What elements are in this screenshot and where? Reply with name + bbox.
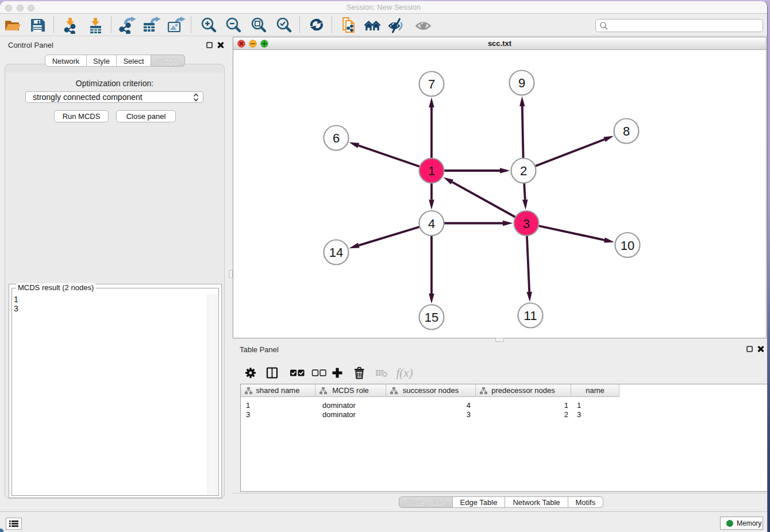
svg-text:6: 6 — [333, 131, 340, 145]
svg-text:2: 2 — [520, 164, 527, 178]
svg-text:15: 15 — [425, 310, 438, 325]
svg-text:7: 7 — [428, 77, 435, 91]
svg-text:4: 4 — [428, 217, 435, 231]
svg-text:3: 3 — [523, 217, 530, 231]
svg-text:8: 8 — [623, 124, 630, 138]
svg-text:9: 9 — [518, 76, 525, 90]
svg-text:14: 14 — [329, 245, 343, 260]
svg-text:1: 1 — [428, 164, 435, 178]
svg-text:11: 11 — [524, 309, 537, 323]
svg-text:10: 10 — [621, 238, 634, 253]
svg-text:f(x): f(x) — [396, 367, 413, 379]
